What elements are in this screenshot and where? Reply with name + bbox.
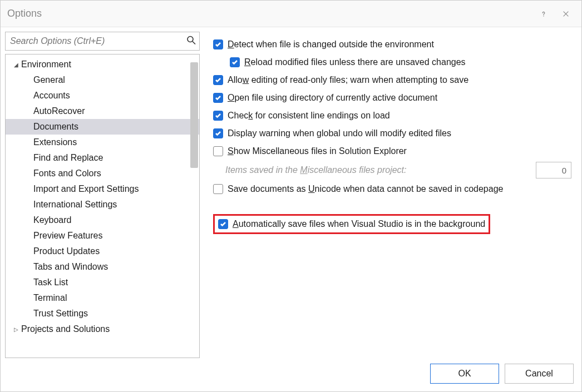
- tree-item-label: Keyboard: [33, 215, 72, 225]
- cancel-button[interactable]: Cancel: [505, 364, 574, 384]
- caret-right-icon[interactable]: ▷: [12, 326, 20, 333]
- tree-item-tabs-and-windows[interactable]: Tabs and Windows: [6, 259, 199, 275]
- tree-item-preview-features[interactable]: Preview Features: [6, 228, 199, 244]
- checkbox-icon[interactable]: [218, 219, 228, 229]
- category-tree: ◢EnvironmentGeneralAccountsAutoRecoverDo…: [5, 54, 200, 358]
- tree-item-find-and-replace[interactable]: Find and Replace: [6, 150, 199, 166]
- tree-item-label: Environment: [21, 59, 71, 70]
- checkbox-icon[interactable]: [213, 184, 223, 194]
- tree-item-label: Documents: [33, 122, 78, 132]
- tree-item-task-list[interactable]: Task List: [6, 275, 199, 290]
- tree-item-terminal[interactable]: Terminal: [6, 290, 199, 306]
- ok-button[interactable]: OK: [430, 364, 499, 384]
- tree-scrollbar[interactable]: [190, 62, 198, 168]
- opt-reload[interactable]: Reload modified files unless there are u…: [213, 55, 571, 70]
- tree-item-label: Tabs and Windows: [33, 262, 108, 272]
- checkbox-icon[interactable]: [213, 128, 223, 138]
- opt-detect[interactable]: Detect when file is changed outside the …: [213, 37, 571, 52]
- checkbox-icon[interactable]: [230, 57, 240, 67]
- tree-item-fonts-and-colors[interactable]: Fonts and Colors: [6, 166, 199, 181]
- dialog-footer: OK Cancel: [5, 358, 577, 387]
- tree-item-label: Find and Replace: [33, 153, 103, 163]
- tree-item-label: Import and Export Settings: [33, 184, 139, 194]
- misc-items-input[interactable]: [536, 162, 571, 178]
- opt-show-misc-files[interactable]: Show Miscellaneous files in Solution Exp…: [213, 144, 571, 158]
- tree-item-label: Extensions: [33, 137, 77, 147]
- tree-item-trust-settings[interactable]: Trust Settings: [6, 306, 199, 321]
- close-button[interactable]: [555, 3, 577, 25]
- checkbox-icon[interactable]: [213, 75, 223, 85]
- svg-point-0: [188, 37, 193, 42]
- help-button[interactable]: [532, 3, 555, 25]
- tree-item-projects-and-solutions[interactable]: ▷Projects and Solutions: [6, 321, 199, 337]
- checkbox-icon[interactable]: [213, 146, 223, 156]
- opt-allow-edit-readonly[interactable]: Allow editing of read-only files; warn w…: [213, 73, 571, 87]
- tree-item-label: Fonts and Colors: [33, 168, 101, 178]
- tree-item-label: Trust Settings: [33, 309, 88, 319]
- checkbox-icon[interactable]: [213, 111, 223, 121]
- tree-item-label: Projects and Solutions: [21, 324, 110, 334]
- tree-item-label: General: [33, 75, 65, 85]
- tree-item-international-settings[interactable]: International Settings: [6, 197, 199, 212]
- tree-item-keyboard[interactable]: Keyboard: [6, 212, 199, 228]
- highlighted-autosave-option: Automatically save files when Visual Stu…: [213, 214, 490, 234]
- search-input[interactable]: [5, 32, 200, 51]
- window-title: Options: [7, 8, 532, 19]
- caret-down-icon[interactable]: ◢: [12, 62, 20, 68]
- options-dialog: Options ◢EnvironmentGeneralAccountsAutoR…: [0, 0, 582, 392]
- tree-item-extensions[interactable]: Extensions: [6, 135, 199, 150]
- tree-item-label: International Settings: [33, 200, 117, 210]
- opt-misc-items-count: Items saved in the Miscellaneous files p…: [213, 162, 571, 178]
- tree-item-autorecover[interactable]: AutoRecover: [6, 103, 199, 119]
- tree-item-environment[interactable]: ◢Environment: [6, 57, 199, 72]
- tree-item-import-and-export-settings[interactable]: Import and Export Settings: [6, 181, 199, 197]
- opt-global-undo-warning[interactable]: Display warning when global undo will mo…: [213, 126, 571, 141]
- opt-open-directory[interactable]: Open file using directory of currently a…: [213, 91, 571, 105]
- tree-item-documents[interactable]: Documents: [6, 119, 199, 135]
- tree-item-label: Accounts: [33, 91, 70, 101]
- settings-panel: Detect when file is changed outside the …: [204, 32, 577, 358]
- tree-item-product-updates[interactable]: Product Updates: [6, 244, 199, 259]
- checkbox-icon[interactable]: [213, 93, 223, 103]
- tree-item-accounts[interactable]: Accounts: [6, 88, 199, 103]
- tree-item-general[interactable]: General: [6, 72, 199, 88]
- checkbox-icon[interactable]: [213, 39, 223, 49]
- tree-item-label: AutoRecover: [33, 106, 85, 116]
- tree-item-label: Preview Features: [33, 231, 103, 241]
- tree-item-label: Product Updates: [33, 246, 100, 256]
- titlebar: Options: [1, 1, 581, 27]
- opt-autosave-background[interactable]: Automatically save files when Visual Stu…: [218, 217, 485, 231]
- opt-save-unicode[interactable]: Save documents as Unicode when data cann…: [213, 182, 571, 196]
- left-panel: ◢EnvironmentGeneralAccountsAutoRecoverDo…: [5, 32, 200, 358]
- tree-item-label: Task List: [33, 277, 68, 287]
- search-icon[interactable]: [186, 36, 196, 47]
- opt-check-line-endings[interactable]: Check for consistent line endings on loa…: [213, 108, 571, 123]
- tree-item-label: Terminal: [33, 293, 67, 303]
